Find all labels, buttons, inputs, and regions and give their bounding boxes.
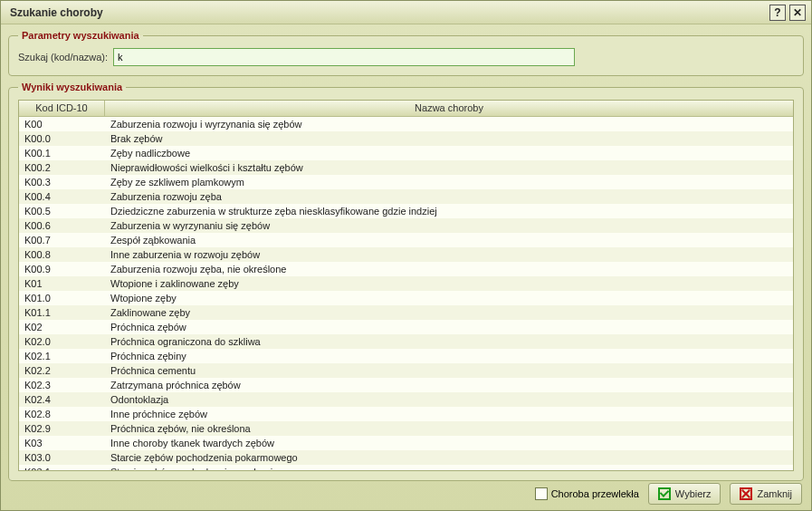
search-input[interactable] [113,48,575,66]
table-row[interactable]: K02.1Próchnica zębiny [19,349,793,363]
cell-name: Wtopione i zaklinowane zęby [105,276,793,291]
cell-code: K00.9 [19,262,105,276]
cell-name: Zaklinowane zęby [105,305,793,320]
cell-name: Zatrzymana próchnica zębów [105,378,793,392]
cell-name: Inne zaburzenia w rozwoju zębów [105,247,793,262]
table-row[interactable]: K00.6Zaburzenia w wyrzynaniu się zębów [19,218,793,233]
table-row[interactable]: K00.4Zaburzenia rozwoju zęba [19,189,793,204]
table-row[interactable]: K03.1Starcie zębów pochodzenia mechanicz… [19,465,793,470]
cell-code: K03.1 [19,465,105,470]
cell-code: K00.3 [19,175,105,189]
window-title: Szukanie choroby [10,6,766,19]
cell-code: K02.9 [19,421,105,436]
cell-code: K02 [19,320,105,334]
cell-code: K02.3 [19,378,105,392]
grid-header: Kod ICD-10 Nazwa choroby [19,101,793,117]
search-params-legend: Parametry wyszukiwania [18,30,143,41]
cell-code: K00.2 [19,160,105,175]
table-row[interactable]: K02.4Odontoklazja [19,392,793,407]
search-params-fieldset: Parametry wyszukiwania Szukaj (kod/nazwa… [8,30,804,76]
table-row[interactable]: K01Wtopione i zaklinowane zęby [19,276,793,291]
close-button-label: Zamknij [757,488,792,499]
cell-code: K03.0 [19,450,105,465]
results-fieldset: Wyniki wyszukiwania Kod ICD-10 Nazwa cho… [8,82,804,481]
cell-code: K00.5 [19,204,105,218]
cell-name: Brak zębów [105,131,793,146]
titlebar: Szukanie choroby ? ✕ [1,1,811,24]
cell-name: Próchnica ograniczona do szkliwa [105,334,793,349]
cell-code: K02.0 [19,334,105,349]
cell-code: K01.1 [19,305,105,320]
cell-name: Zęby ze szkliwem plamkowym [105,175,793,189]
table-row[interactable]: K00.8Inne zaburzenia w rozwoju zębów [19,247,793,262]
cell-code: K03 [19,436,105,450]
cell-code: K02.8 [19,407,105,421]
table-row[interactable]: K02.9Próchnica zębów, nie określona [19,421,793,436]
dialog-window: Szukanie choroby ? ✕ Parametry wyszukiwa… [0,0,812,511]
cell-name: Wtopione zęby [105,291,793,305]
table-row[interactable]: K00.3Zęby ze szkliwem plamkowym [19,175,793,189]
cell-name: Starcie zębów pochodzenia pokarmowego [105,450,793,465]
cell-code: K00.7 [19,233,105,247]
cell-code: K00.1 [19,146,105,160]
cell-code: K00.4 [19,189,105,204]
table-row[interactable]: K02.3Zatrzymana próchnica zębów [19,378,793,392]
table-row[interactable]: K01.0Wtopione zęby [19,291,793,305]
table-row[interactable]: K00.7Zespół ząbkowania [19,233,793,247]
table-row[interactable]: K00.5Dziedziczne zaburzenia w strukturze… [19,204,793,218]
cell-name: Zaburzenia rozwoju zęba [105,189,793,204]
column-header-code[interactable]: Kod ICD-10 [19,101,105,116]
cell-name: Dziedziczne zaburzenia w strukturze zęba… [105,204,793,218]
table-row[interactable]: K02.0Próchnica ograniczona do szkliwa [19,334,793,349]
cell-name: Zespół ząbkowania [105,233,793,247]
cell-name: Zaburzenia rozwoju i wyrzynania się zębó… [105,117,793,131]
footer: Choroba przewlekła Wybierz Zamknij [535,483,802,505]
results-grid: Kod ICD-10 Nazwa choroby K00Zaburzenia r… [18,100,794,471]
table-row[interactable]: K00.0Brak zębów [19,131,793,146]
content-area: Parametry wyszukiwania Szukaj (kod/nazwa… [1,24,811,492]
close-window-button[interactable]: ✕ [789,5,806,21]
cell-code: K00.8 [19,247,105,262]
cell-name: Starcie zębów pochodzenia mechanicznego [105,465,793,470]
cell-name: Zaburzenia w wyrzynaniu się zębów [105,218,793,233]
cell-code: K00 [19,117,105,131]
select-button-label: Wybierz [675,488,712,499]
table-row[interactable]: K02Próchnica zębów [19,320,793,334]
table-row[interactable]: K00.2Nieprawidłowości wielkości i kształ… [19,160,793,175]
cell-name: Próchnica zębiny [105,349,793,363]
table-row[interactable]: K01.1Zaklinowane zęby [19,305,793,320]
cell-name: Próchnica zębów [105,320,793,334]
table-row[interactable]: K00.1Zęby nadliczbowe [19,146,793,160]
cell-code: K00.0 [19,131,105,146]
select-button[interactable]: Wybierz [648,483,721,505]
cell-code: K02.2 [19,363,105,378]
chronic-checkbox-wrap[interactable]: Choroba przewlekła [535,487,639,500]
cell-code: K02.4 [19,392,105,407]
close-button[interactable]: Zamknij [730,483,802,505]
chronic-checkbox[interactable] [535,487,548,500]
table-row[interactable]: K02.8Inne próchnice zębów [19,407,793,421]
cell-name: Odontoklazja [105,392,793,407]
cell-name: Nieprawidłowości wielkości i kształtu zę… [105,160,793,175]
check-icon [658,487,671,500]
table-row[interactable]: K00Zaburzenia rozwoju i wyrzynania się z… [19,117,793,131]
table-row[interactable]: K03Inne choroby tkanek twardych zębów [19,436,793,450]
help-button[interactable]: ? [769,5,786,21]
cell-code: K01.0 [19,291,105,305]
column-header-name[interactable]: Nazwa choroby [105,101,793,116]
table-row[interactable]: K02.2Próchnica cementu [19,363,793,378]
results-legend: Wyniki wyszukiwania [18,82,126,92]
table-row[interactable]: K00.9Zaburzenia rozwoju zęba, nie określ… [19,262,793,276]
table-row[interactable]: K03.0Starcie zębów pochodzenia pokarmowe… [19,450,793,465]
cell-code: K01 [19,276,105,291]
cell-name: Inne choroby tkanek twardych zębów [105,436,793,450]
grid-body[interactable]: K00Zaburzenia rozwoju i wyrzynania się z… [19,117,793,470]
search-label: Szukaj (kod/nazwa): [18,52,108,63]
cell-name: Próchnica cementu [105,363,793,378]
close-icon [740,487,752,500]
chronic-label: Choroba przewlekła [551,488,639,499]
cell-name: Zaburzenia rozwoju zęba, nie określone [105,262,793,276]
cell-name: Inne próchnice zębów [105,407,793,421]
cell-code: K02.1 [19,349,105,363]
cell-name: Zęby nadliczbowe [105,146,793,160]
